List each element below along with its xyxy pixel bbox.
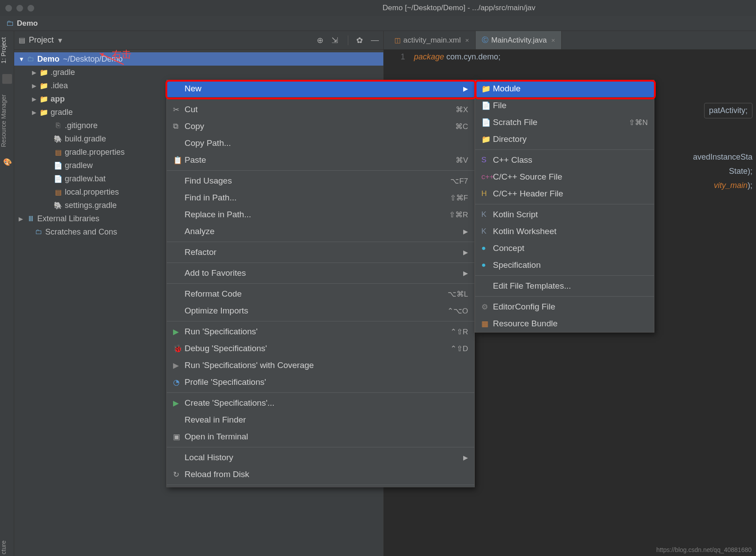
properties-icon: ▤ (53, 148, 63, 157)
menu-item-icon: 📁 (481, 84, 493, 94)
menu-item[interactable]: SC++ Class (475, 152, 654, 168)
menu-item[interactable]: Find Usages⌥F7 (167, 172, 474, 189)
project-panel-header: ▤ Project ▾ ⊕ ⇲ ✿ — (14, 31, 383, 50)
menu-item[interactable]: 📁Module (475, 80, 654, 97)
navigation-bar[interactable]: 🗀 Demo (0, 16, 756, 31)
menu-item-label: Add to Favorites (185, 268, 455, 278)
editor-tab[interactable]: ⒸMainActivity.java× (476, 31, 562, 49)
menu-item-label: Optimize Imports (185, 306, 434, 316)
hide-icon[interactable]: — (371, 35, 379, 45)
menu-item[interactable]: HC/C++ Header File (475, 185, 654, 202)
menu-item[interactable]: ✂Cut⌘X (167, 101, 474, 118)
menu-item[interactable]: KKotlin Worksheet (475, 223, 654, 240)
menu-item[interactable]: 🐞Debug 'Specifications'⌃⇧D (167, 340, 474, 357)
menu-item-label: Run 'Specifications' (185, 327, 437, 337)
menu-item-label: File (493, 101, 648, 110)
menu-item-label: Copy (185, 121, 442, 131)
rail-tab-project[interactable]: 1: Project (0, 35, 14, 65)
menu-item[interactable]: Copy Path... (167, 135, 474, 152)
menu-separator (475, 296, 654, 297)
breadcrumb-project[interactable]: Demo (17, 19, 38, 28)
menu-shortcut: ⌃⌥O (447, 306, 468, 316)
menu-item-icon: c++ (481, 172, 493, 181)
watermark: https://blog.csdn.net/qq_40881680 (656, 546, 752, 553)
menu-shortcut: ⇧⌘N (629, 118, 648, 127)
chevron-right-icon[interactable]: ▶ (32, 109, 39, 116)
menu-item[interactable]: c++C/C++ Source File (475, 168, 654, 185)
maximize-window-button[interactable] (28, 5, 34, 12)
code-fragment: vity_main); (714, 181, 752, 190)
menu-item-label: Resource Bundle (493, 319, 648, 329)
menu-item-icon: ◔ (173, 378, 185, 387)
menu-item-label: Directory (493, 134, 648, 144)
menu-item[interactable]: ●Specification (475, 257, 654, 274)
menu-separator (167, 447, 474, 447)
context-menu[interactable]: New▶✂Cut⌘X⧉Copy⌘CCopy Path...📋Paste⌘VFin… (166, 80, 475, 487)
menu-item[interactable]: 📄File (475, 97, 654, 114)
tree-item-label: settings.gradle (65, 201, 117, 210)
menu-shortcut: ⇧⌘F (450, 193, 468, 203)
menu-item[interactable]: ↻Reload from Disk (167, 466, 474, 483)
menu-item[interactable]: Local History▶ (167, 449, 474, 466)
close-window-button[interactable] (5, 5, 12, 12)
menu-item[interactable]: 📋Paste⌘V (167, 152, 474, 168)
editor-content[interactable]: 1 package com.cyn.demo; patActivity; ave… (384, 50, 756, 64)
project-view-icon: ▤ (19, 36, 25, 44)
close-tab-icon[interactable]: × (465, 36, 469, 44)
menu-item[interactable]: Add to Favorites▶ (167, 265, 474, 282)
folder-icon: 📁 (39, 68, 49, 77)
menu-item[interactable]: ⧉Copy⌘C (167, 118, 474, 135)
chevron-right-icon[interactable]: ▶ (32, 82, 39, 89)
menu-item-label: Cut (185, 105, 442, 114)
tree-root[interactable]: ▼ 🗀 Demo ~/Desktop/Demo (14, 52, 383, 66)
rail-tab-structure[interactable]: cture (0, 539, 14, 556)
menu-item-icon: 🐞 (173, 344, 185, 353)
menu-shortcut: ⌘C (455, 122, 468, 131)
menu-item-icon: S (481, 156, 493, 164)
collapse-icon[interactable]: ⇲ (331, 35, 338, 45)
menu-item[interactable]: ▦Resource Bundle (475, 315, 654, 332)
gear-icon[interactable]: ✿ (356, 35, 363, 45)
close-tab-icon[interactable]: × (551, 36, 555, 44)
chevron-right-icon[interactable]: ▶ (32, 96, 39, 102)
menu-separator (167, 321, 474, 321)
menu-item[interactable]: ⚙EditorConfig File (475, 298, 654, 315)
chevron-right-icon[interactable]: ▶ (19, 215, 26, 222)
menu-item[interactable]: KKotlin Script (475, 206, 654, 223)
folder-icon: 📁 (39, 108, 49, 117)
tree-item[interactable]: ▶📁.gradle (14, 66, 383, 79)
menu-item[interactable]: Refactor▶ (167, 244, 474, 261)
menu-item[interactable]: Reveal in Finder (167, 411, 474, 428)
menu-item-icon: ⚙ (481, 302, 493, 312)
menu-separator (167, 170, 474, 171)
menu-item[interactable]: 📁Directory (475, 131, 654, 148)
properties-icon: ▤ (53, 188, 63, 196)
annotation-label: 右击 (112, 48, 131, 61)
menu-item[interactable]: Replace in Path...⇧⌘R (167, 206, 474, 223)
rail-icon[interactable] (2, 74, 12, 84)
menu-item[interactable]: ◔Profile 'Specifications' (167, 374, 474, 391)
menu-item[interactable]: Optimize Imports⌃⌥O (167, 302, 474, 319)
menu-item[interactable]: ●Concept (475, 240, 654, 257)
menu-item[interactable]: ▶Run 'Specifications' with Coverage (167, 357, 474, 374)
menu-item[interactable]: 📄Scratch File⇧⌘N (475, 114, 654, 131)
editor-tab[interactable]: ◫activity_main.xml× (388, 31, 476, 49)
chevron-right-icon[interactable]: ▶ (32, 69, 39, 76)
menu-item[interactable]: Find in Path...⇧⌘F (167, 189, 474, 206)
menu-item[interactable]: Analyze▶ (167, 223, 474, 240)
context-submenu-new[interactable]: 📁Module📄File📄Scratch File⇧⌘N📁DirectorySC… (475, 80, 654, 333)
menu-item[interactable]: ▶Create 'Specifications'... (167, 395, 474, 411)
target-icon[interactable]: ⊕ (317, 35, 323, 45)
chevron-down-icon[interactable]: ▼ (19, 56, 26, 63)
minimize-window-button[interactable] (16, 5, 23, 12)
rail-tab-resource-manager[interactable]: Resource Manager (0, 93, 14, 149)
chevron-down-icon[interactable]: ▾ (58, 35, 62, 45)
menu-item[interactable]: Edit File Templates... (475, 278, 654, 294)
project-view-mode[interactable]: Project (29, 35, 54, 45)
menu-item[interactable]: ▶Run 'Specifications'⌃⇧R (167, 323, 474, 340)
tree-item-label: gradle.properties (65, 148, 125, 157)
menu-item[interactable]: Reformat Code⌥⌘L (167, 286, 474, 302)
submenu-arrow-icon: ▶ (463, 454, 468, 461)
menu-item[interactable]: ▣Open in Terminal (167, 428, 474, 445)
menu-item[interactable]: New▶ (167, 80, 474, 97)
